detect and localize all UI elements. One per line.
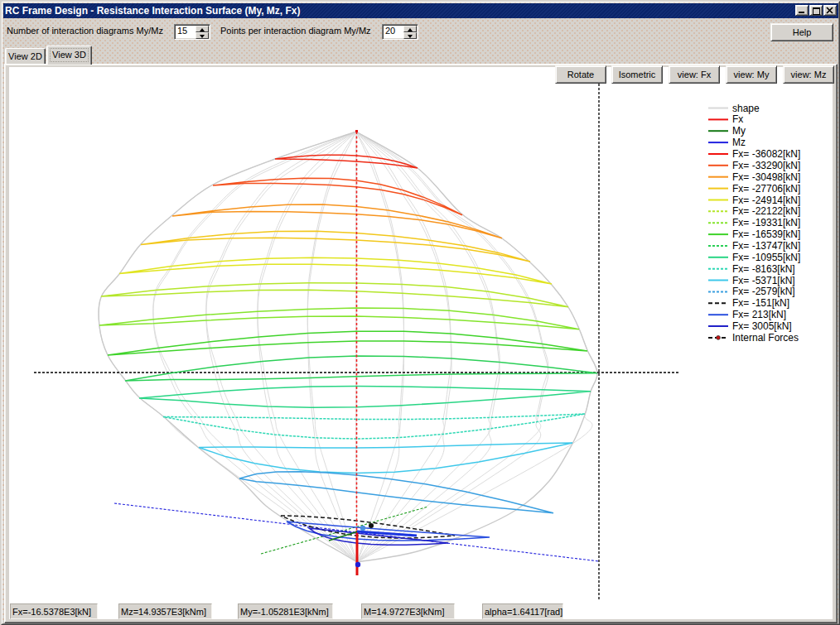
svg-text:Fx= -27706[kN]: Fx= -27706[kN] bbox=[732, 183, 800, 195]
svg-text:Fx= -2579[kN]: Fx= -2579[kN] bbox=[732, 286, 795, 297]
svg-text:Fx: Fx bbox=[732, 113, 743, 125]
svg-text:shape: shape bbox=[732, 103, 760, 114]
svg-text:Fx= -33290[kN]: Fx= -33290[kN] bbox=[732, 160, 800, 171]
svg-text:Fx= -16539[kN]: Fx= -16539[kN] bbox=[732, 228, 800, 240]
svg-text:Fx= -8163[kN]: Fx= -8163[kN] bbox=[732, 263, 795, 275]
svg-text:Fx= -151[kN]: Fx= -151[kN] bbox=[732, 297, 789, 309]
svg-text:Fx= -10955[kN]: Fx= -10955[kN] bbox=[732, 252, 800, 263]
svg-text:Fx= -19331[kN]: Fx= -19331[kN] bbox=[732, 217, 800, 228]
svg-text:Fx= -36082[kN]: Fx= -36082[kN] bbox=[732, 148, 800, 160]
svg-text:Fx= -30498[kN]: Fx= -30498[kN] bbox=[732, 171, 800, 183]
svg-text:Fx= -13747[kN]: Fx= -13747[kN] bbox=[732, 240, 800, 252]
svg-text:Internal Forces: Internal Forces bbox=[732, 332, 799, 344]
svg-text:My: My bbox=[732, 125, 746, 137]
svg-text:Fx= 213[kN]: Fx= 213[kN] bbox=[732, 309, 786, 320]
svg-text:Fx= -24914[kN]: Fx= -24914[kN] bbox=[732, 195, 800, 206]
svg-text:Mz: Mz bbox=[732, 137, 746, 148]
svg-text:Fx= -5371[kN]: Fx= -5371[kN] bbox=[732, 275, 795, 286]
svg-text:Fx= -22122[kN]: Fx= -22122[kN] bbox=[732, 205, 800, 217]
svg-text:Fx= 3005[kN]: Fx= 3005[kN] bbox=[732, 320, 792, 332]
